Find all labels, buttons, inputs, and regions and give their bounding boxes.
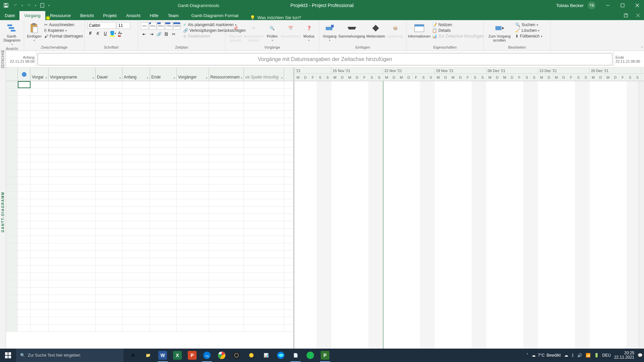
outdent-button[interactable]: ⇤ bbox=[141, 31, 148, 38]
table-row[interactable] bbox=[6, 147, 293, 155]
bluetooth-icon[interactable]: ᛒ bbox=[572, 353, 574, 358]
underline-button[interactable]: U bbox=[102, 30, 109, 37]
progress-100-button[interactable]: 100% bbox=[173, 22, 180, 29]
col-row-selector[interactable] bbox=[6, 68, 18, 81]
tab-hilfe[interactable]: Hilfe bbox=[145, 11, 163, 20]
split-button[interactable]: ✂ bbox=[170, 31, 177, 38]
col-add-new[interactable]: ue Spalte hinzufüg▾ bbox=[244, 68, 284, 81]
format-painter-button[interactable]: 🖌Format übertragen bbox=[43, 34, 84, 39]
task-view-button[interactable]: ⊞ bbox=[126, 349, 140, 362]
mode-button[interactable]: ❓Modus▾ bbox=[302, 22, 316, 43]
tab-ressource[interactable]: Ressource bbox=[45, 11, 75, 20]
inspect-button[interactable]: 🔍Prüfen▾ bbox=[265, 22, 280, 43]
tab-vorgang[interactable]: Vorgang bbox=[19, 11, 45, 20]
col-task-mode[interactable]: Vorgar▾ bbox=[31, 68, 49, 81]
save-icon[interactable] bbox=[3, 2, 9, 9]
weather-widget[interactable]: ☁ 7°C Bewölkt bbox=[532, 353, 560, 358]
col-duration[interactable]: Dauer▾ bbox=[96, 68, 122, 81]
taskbar-clock[interactable]: 20:25 22.11.2021 bbox=[614, 351, 634, 360]
font-family-select[interactable] bbox=[87, 22, 116, 29]
collapse-ribbon-button[interactable]: ˄ bbox=[641, 46, 643, 50]
table-row[interactable] bbox=[6, 199, 293, 206]
cut-button[interactable]: ✂Ausschneiden bbox=[43, 22, 84, 27]
spotify-icon[interactable] bbox=[303, 349, 317, 362]
col-finish[interactable]: Ende▾ bbox=[150, 68, 177, 81]
fill-color-button[interactable]: 🪣▾ bbox=[109, 30, 116, 37]
table-row[interactable] bbox=[6, 265, 293, 273]
tab-ansicht[interactable]: Ansicht bbox=[121, 11, 145, 20]
notes-button[interactable]: 📝Notizen bbox=[431, 22, 485, 27]
redo-icon[interactable]: ↷ bbox=[25, 2, 32, 9]
table-row[interactable] bbox=[6, 288, 293, 295]
tab-datei[interactable]: Datei bbox=[0, 11, 19, 20]
user-avatar[interactable]: TB bbox=[588, 1, 596, 9]
notepad-icon[interactable]: 📄 bbox=[288, 349, 303, 362]
col-resources[interactable]: Ressourcennam▾ bbox=[209, 68, 244, 81]
battery-icon[interactable]: 🔋 bbox=[594, 353, 599, 358]
sheet-body[interactable] bbox=[6, 81, 293, 350]
table-row[interactable] bbox=[6, 88, 293, 96]
table-row[interactable] bbox=[6, 125, 293, 133]
excel-icon[interactable]: X bbox=[170, 349, 184, 362]
edge-icon[interactable] bbox=[274, 349, 288, 362]
milestone-button[interactable]: Meilenstein bbox=[366, 22, 386, 39]
table-row[interactable] bbox=[6, 103, 293, 111]
col-start[interactable]: Anfang▾ bbox=[122, 68, 150, 81]
table-row[interactable] bbox=[6, 111, 293, 118]
unlink-button[interactable]: ⛓ bbox=[163, 31, 170, 38]
tab-bericht[interactable]: Bericht bbox=[75, 11, 98, 20]
col-task-name[interactable]: Vorgangsname▾ bbox=[49, 68, 96, 81]
explorer-icon[interactable]: 📁 bbox=[141, 349, 155, 362]
task-insert-button[interactable]: Vorgang▾ bbox=[322, 22, 337, 43]
wifi-icon[interactable]: 📶 bbox=[586, 353, 591, 358]
table-row[interactable] bbox=[6, 280, 293, 288]
app-icon-1[interactable]: 🟡 bbox=[244, 349, 258, 362]
table-row[interactable] bbox=[6, 258, 293, 265]
col-indicator[interactable] bbox=[18, 68, 31, 81]
table-row[interactable] bbox=[6, 155, 293, 162]
table-row[interactable] bbox=[6, 317, 293, 324]
notifications-icon[interactable]: 💬 bbox=[638, 353, 643, 358]
table-row[interactable] bbox=[6, 140, 293, 147]
taskbar-search[interactable]: 🔍Zur Suche Text hier eingeben bbox=[16, 349, 123, 362]
table-row[interactable] bbox=[6, 273, 293, 280]
gantt-diagramm-button[interactable]: Gantt- Diagramm▾ bbox=[3, 22, 21, 47]
copy-button[interactable]: ⎘Kopieren ▾ bbox=[43, 28, 84, 33]
information-button[interactable]: Informationen bbox=[409, 22, 429, 39]
find-button[interactable]: 🔍Suchen ▾ bbox=[514, 22, 544, 27]
tab-gantt-format[interactable]: Gantt-Diagramm Format bbox=[186, 11, 243, 20]
volume-icon[interactable]: 🔊 bbox=[577, 353, 582, 358]
edge-legacy-icon[interactable]: 73 bbox=[200, 349, 214, 362]
onedrive-icon[interactable]: ☁ bbox=[564, 353, 568, 358]
app-icon-2[interactable]: 📊 bbox=[259, 349, 273, 362]
fill-button[interactable]: ⬇Füllbereich ▾ bbox=[514, 34, 544, 39]
table-row[interactable] bbox=[6, 184, 293, 192]
scroll-to-task-button[interactable]: Zum Vorgang scrollen bbox=[486, 22, 513, 43]
progress-0-button[interactable]: 0% bbox=[141, 22, 148, 29]
table-row[interactable] bbox=[6, 192, 293, 199]
font-size-select[interactable] bbox=[117, 22, 130, 29]
table-row[interactable] bbox=[6, 118, 293, 125]
table-row[interactable] bbox=[6, 310, 293, 317]
summary-task-button[interactable]: Sammelvorgang bbox=[339, 22, 365, 39]
font-color-button[interactable]: A▾ bbox=[117, 30, 123, 37]
gantt-vscroll[interactable] bbox=[639, 81, 644, 350]
progress-25-button[interactable]: 25% bbox=[149, 22, 156, 29]
paste-button[interactable]: Einfügen▾ bbox=[27, 22, 42, 43]
table-row[interactable] bbox=[6, 324, 293, 332]
table-row[interactable] bbox=[6, 96, 293, 103]
undo-icon[interactable]: ↶ bbox=[12, 2, 19, 9]
table-row[interactable] bbox=[6, 302, 293, 310]
table-row[interactable] bbox=[6, 251, 293, 258]
table-row[interactable] bbox=[6, 236, 293, 243]
tab-projekt[interactable]: Projekt bbox=[98, 11, 121, 20]
new-doc-icon[interactable] bbox=[39, 2, 46, 9]
gantt-body[interactable] bbox=[294, 81, 644, 350]
word-icon[interactable]: W bbox=[156, 349, 170, 362]
delete-button[interactable]: 🧹Löschen ▾ bbox=[514, 28, 544, 33]
close-button[interactable] bbox=[631, 0, 644, 11]
progress-75-button[interactable]: 75% bbox=[165, 22, 172, 29]
tell-me-search[interactable]: 💡 Was möchten Sie tun? bbox=[250, 15, 301, 20]
progress-50-button[interactable]: 50% bbox=[157, 22, 164, 29]
bold-button[interactable]: F bbox=[87, 30, 94, 37]
